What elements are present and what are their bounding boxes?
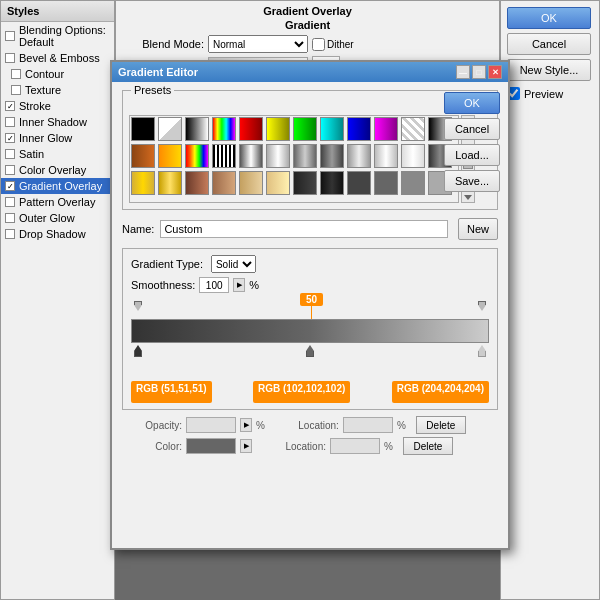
- preset-item[interactable]: [293, 171, 317, 195]
- name-input[interactable]: [160, 220, 448, 238]
- minimize-button[interactable]: —: [456, 65, 470, 79]
- style-outer-glow[interactable]: Outer Glow: [1, 210, 114, 226]
- checkbox-color-overlay[interactable]: [5, 165, 15, 175]
- dialog-body: Presets ⚙: [112, 82, 508, 466]
- preset-item[interactable]: [374, 144, 398, 168]
- checkbox-inner-glow[interactable]: [5, 133, 15, 143]
- checkbox-inner-shadow[interactable]: [5, 117, 15, 127]
- style-color-overlay[interactable]: Color Overlay: [1, 162, 114, 178]
- checkbox-pattern-overlay[interactable]: [5, 197, 15, 207]
- smoothness-input[interactable]: [199, 277, 229, 293]
- opacity-stop-left[interactable]: [133, 301, 143, 315]
- delete-btn2[interactable]: Delete: [403, 437, 453, 455]
- style-texture[interactable]: Texture: [1, 82, 114, 98]
- preset-item[interactable]: [401, 117, 425, 141]
- preset-item[interactable]: [158, 117, 182, 141]
- preset-item[interactable]: [212, 144, 236, 168]
- smoothness-pct: %: [249, 279, 259, 291]
- style-bevel[interactable]: Bevel & Emboss: [1, 50, 114, 66]
- preset-item[interactable]: [401, 144, 425, 168]
- preset-item[interactable]: [239, 117, 263, 141]
- presets-container: Presets ⚙: [122, 90, 498, 210]
- checkbox-bevel[interactable]: [5, 53, 15, 63]
- rgb-tip-light: RGB (204,204,204): [392, 381, 489, 403]
- preview-check[interactable]: Preview: [507, 87, 593, 100]
- gradient-type-select[interactable]: Solid: [211, 255, 256, 273]
- preset-item[interactable]: [401, 171, 425, 195]
- preset-item[interactable]: [185, 144, 209, 168]
- preset-item[interactable]: [239, 144, 263, 168]
- style-stroke[interactable]: Stroke: [1, 98, 114, 114]
- style-drop-shadow[interactable]: Drop Shadow: [1, 226, 114, 242]
- blend-mode-select[interactable]: Normal: [208, 35, 308, 53]
- color-stop-dark[interactable]: [133, 345, 143, 359]
- preset-item[interactable]: [266, 117, 290, 141]
- preset-item[interactable]: [158, 171, 182, 195]
- preset-item[interactable]: [320, 117, 344, 141]
- dialog-ok-button[interactable]: OK: [444, 92, 500, 114]
- preset-item[interactable]: [239, 171, 263, 195]
- checkbox-outer-glow[interactable]: [5, 213, 15, 223]
- preset-item[interactable]: [131, 117, 155, 141]
- preset-item[interactable]: [212, 171, 236, 195]
- preset-item[interactable]: [266, 171, 290, 195]
- preset-item[interactable]: [374, 171, 398, 195]
- preset-item[interactable]: [347, 171, 371, 195]
- location-ctrl-input2[interactable]: [330, 438, 380, 454]
- smoothness-arrow-btn[interactable]: ▶: [233, 278, 245, 292]
- style-satin[interactable]: Satin: [1, 146, 114, 162]
- preset-item[interactable]: [293, 144, 317, 168]
- preset-item[interactable]: [347, 144, 371, 168]
- checkbox-satin[interactable]: [5, 149, 15, 159]
- style-pattern-overlay[interactable]: Pattern Overlay: [1, 194, 114, 210]
- checkbox-texture[interactable]: [11, 85, 21, 95]
- color-stop-mid[interactable]: [305, 345, 315, 359]
- location-ctrl-input1[interactable]: [343, 417, 393, 433]
- color-stop-light[interactable]: [477, 345, 487, 359]
- delete-btn1[interactable]: Delete: [416, 416, 466, 434]
- style-contour[interactable]: Contour: [1, 66, 114, 82]
- ok-button[interactable]: OK: [507, 7, 591, 29]
- checkbox-drop-shadow[interactable]: [5, 229, 15, 239]
- preset-item[interactable]: [293, 117, 317, 141]
- preset-item[interactable]: [320, 171, 344, 195]
- layer-styles-panel: Styles Blending Options: Default Bevel &…: [0, 0, 115, 600]
- dither-check[interactable]: Dither: [312, 38, 354, 51]
- maximize-button[interactable]: □: [472, 65, 486, 79]
- preset-item[interactable]: [347, 117, 371, 141]
- style-inner-shadow[interactable]: Inner Shadow: [1, 114, 114, 130]
- opacity-stop-right[interactable]: [477, 301, 487, 315]
- opacity-ctrl-input[interactable]: [186, 417, 236, 433]
- style-gradient-overlay[interactable]: Gradient Overlay: [1, 178, 114, 194]
- right-buttons-panel: OK Cancel New Style... Preview: [500, 0, 600, 600]
- checkbox-gradient-overlay[interactable]: [5, 181, 15, 191]
- checkbox-stroke[interactable]: [5, 101, 15, 111]
- preset-item[interactable]: [320, 144, 344, 168]
- preset-item[interactable]: [212, 117, 236, 141]
- dither-checkbox[interactable]: [312, 38, 325, 51]
- dialog-save-button[interactable]: Save...: [444, 170, 500, 192]
- color-arrow-btn[interactable]: ▶: [240, 439, 252, 453]
- preset-item[interactable]: [131, 144, 155, 168]
- checkbox-contour[interactable]: [11, 69, 21, 79]
- color-ctrl-label: Color:: [122, 441, 182, 452]
- preset-item[interactable]: [131, 171, 155, 195]
- cancel-button[interactable]: Cancel: [507, 33, 591, 55]
- scroll-down-arrow[interactable]: [464, 195, 472, 200]
- dialog-load-button[interactable]: Load...: [444, 144, 500, 166]
- dialog-cancel-button[interactable]: Cancel: [444, 118, 500, 140]
- preset-item[interactable]: [374, 117, 398, 141]
- style-inner-glow[interactable]: Inner Glow: [1, 130, 114, 146]
- opacity-arrow-btn[interactable]: ▶: [240, 418, 252, 432]
- new-style-button[interactable]: New Style...: [507, 59, 591, 81]
- preset-item[interactable]: [158, 144, 182, 168]
- close-button[interactable]: ✕: [488, 65, 502, 79]
- gradient-bar[interactable]: [131, 319, 489, 343]
- color-swatch[interactable]: [186, 438, 236, 454]
- new-gradient-button[interactable]: New: [458, 218, 498, 240]
- preset-item[interactable]: [185, 117, 209, 141]
- preset-item[interactable]: [266, 144, 290, 168]
- style-blending[interactable]: Blending Options: Default: [1, 22, 114, 50]
- checkbox-blending[interactable]: [5, 31, 15, 41]
- preset-item[interactable]: [185, 171, 209, 195]
